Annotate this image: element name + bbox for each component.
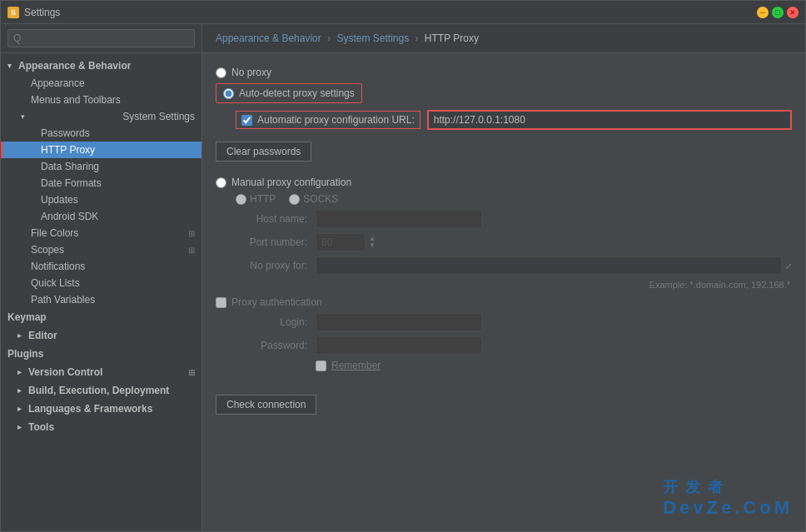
host-input[interactable] [316, 210, 482, 228]
auto-detect-option: Auto-detect proxy settings [216, 83, 362, 103]
chevron-lang-icon [17, 405, 22, 413]
sidebar-label-build-execution: Build, Execution, Deployment [28, 385, 169, 396]
example-text: Example: *.domain.com, 192.168.* [316, 280, 792, 290]
proxy-auth-checkbox[interactable] [216, 297, 226, 308]
auto-config-url-label: Automatic proxy configuration URL: [257, 114, 415, 126]
breadcrumb-part1: Appearance & Behavior [216, 32, 321, 44]
socks-radio[interactable] [289, 194, 300, 205]
sidebar-item-build-execution[interactable]: Build, Execution, Deployment [1, 381, 202, 400]
window-title: Settings [24, 7, 60, 18]
auto-detect-label: Auto-detect proxy settings [239, 87, 355, 99]
sidebar-label-tools: Tools [28, 421, 54, 433]
sidebar-label-editor: Editor [28, 330, 57, 341]
sidebar-label-quick-lists: Quick Lists [31, 277, 80, 289]
clear-passwords-button[interactable]: Clear passwords [216, 142, 311, 162]
sidebar-item-path-variables[interactable]: Path Variables [1, 291, 202, 308]
sidebar-item-tools[interactable]: Tools [1, 418, 202, 436]
nav-tree: Appearance & Behavior Appearance Menus a… [1, 53, 202, 531]
login-input[interactable] [316, 313, 482, 331]
sidebar-label-system-settings: System Settings [122, 111, 195, 122]
sidebar-item-android-sdk[interactable]: Android SDK [1, 208, 202, 225]
main-content: Appearance & Behavior Appearance Menus a… [1, 24, 805, 531]
sidebar-label-keymap: Keymap [7, 311, 47, 323]
proxy-auth-label: Proxy authentication [231, 296, 322, 308]
clear-passwords-container: Clear passwords [216, 135, 792, 168]
minimize-button[interactable]: ─ [757, 7, 769, 18]
port-input[interactable] [316, 233, 366, 251]
sidebar-item-appearance-behavior[interactable]: Appearance & Behavior [1, 57, 202, 75]
login-row: Login: [216, 313, 792, 331]
breadcrumb-part3: HTTP Proxy [425, 32, 479, 44]
socks-label: SOCKS [303, 193, 338, 205]
port-down-arrow[interactable]: ▼ [367, 242, 377, 249]
breadcrumb-sep2: › [415, 32, 420, 44]
vc-icon: ⊞ [188, 368, 195, 377]
sidebar-label-scopes: Scopes [31, 244, 64, 256]
sidebar-item-menus-toolbars[interactable]: Menus and Toolbars [1, 92, 202, 108]
sidebar-label-appearance-behavior: Appearance & Behavior [18, 60, 131, 72]
password-label: Password: [216, 340, 316, 351]
sidebar-item-plugins[interactable]: Plugins [1, 345, 202, 363]
http-radio[interactable] [236, 194, 246, 205]
scopes-icon: ⊞ [188, 246, 195, 255]
sidebar-item-system-settings[interactable]: System Settings [1, 108, 202, 125]
no-proxy-label: No proxy [231, 67, 271, 78]
search-input[interactable] [7, 29, 195, 47]
login-label: Login: [216, 316, 316, 328]
proxy-auth-row: Proxy authentication [216, 296, 792, 308]
sidebar-item-quick-lists[interactable]: Quick Lists [1, 275, 202, 291]
password-input[interactable] [316, 336, 482, 355]
breadcrumb: Appearance & Behavior › System Settings … [202, 24, 805, 53]
remember-label: Remember [331, 360, 381, 371]
sidebar-item-version-control[interactable]: Version Control ⊞ [1, 363, 202, 381]
no-proxy-radio[interactable] [216, 67, 226, 78]
sidebar-item-file-colors[interactable]: File Colors ⊞ [1, 225, 202, 241]
http-socks-row: HTTP SOCKS [236, 193, 792, 205]
sidebar-item-data-sharing[interactable]: Data Sharing [1, 158, 202, 175]
watermark: 开 发 者DevZe.CoM [663, 477, 793, 519]
sidebar: Appearance & Behavior Appearance Menus a… [1, 24, 202, 531]
chevron-icon [7, 62, 12, 70]
remember-checkbox[interactable] [316, 360, 326, 371]
maximize-button[interactable]: □ [772, 7, 784, 18]
socks-option: SOCKS [289, 193, 338, 205]
search-box [1, 24, 202, 53]
proxy-url-input[interactable]: http://127.0.0.1:1080 [427, 110, 792, 130]
sidebar-item-languages-frameworks[interactable]: Languages & Frameworks [1, 400, 202, 418]
expand-icon[interactable]: ⤢ [785, 261, 792, 271]
breadcrumb-part2: System Settings [336, 32, 409, 44]
sidebar-label-data-sharing: Data Sharing [41, 161, 99, 172]
no-proxy-option: No proxy [216, 67, 792, 78]
manual-proxy-radio[interactable] [216, 177, 226, 188]
host-label: Host name: [216, 213, 316, 225]
sidebar-item-date-formats[interactable]: Date Formats [1, 175, 202, 191]
sidebar-item-keymap[interactable]: Keymap [1, 308, 202, 326]
title-bar-controls: ─ □ ✕ [757, 7, 799, 18]
close-button[interactable]: ✕ [787, 7, 799, 18]
sidebar-label-languages-frameworks: Languages & Frameworks [28, 403, 152, 415]
sidebar-label-http-proxy: HTTP Proxy [41, 144, 95, 156]
password-row: Password: [216, 336, 792, 355]
file-colors-icon: ⊞ [188, 229, 195, 238]
no-proxy-for-row: No proxy for: ⤢ [216, 256, 792, 275]
sidebar-item-appearance[interactable]: Appearance [1, 75, 202, 92]
port-spinner: ▲ ▼ [367, 236, 377, 249]
manual-proxy-option: Manual proxy configuration [216, 177, 792, 188]
no-proxy-for-input[interactable] [316, 256, 782, 275]
sidebar-item-scopes[interactable]: Scopes ⊞ [1, 241, 202, 258]
auto-detect-radio[interactable] [223, 88, 234, 99]
chevron-tools-icon [17, 423, 22, 431]
auto-config-checkbox[interactable] [241, 115, 252, 126]
check-connection-button[interactable]: Check connection [216, 395, 316, 415]
port-row: Port number: ▲ ▼ [216, 233, 792, 251]
sidebar-item-http-proxy[interactable]: HTTP Proxy [1, 142, 202, 158]
sidebar-label-notifications: Notifications [31, 261, 85, 272]
sidebar-item-passwords[interactable]: Passwords [1, 125, 202, 142]
remember-row: Remember [316, 360, 792, 371]
port-label: Port number: [216, 236, 316, 248]
http-label: HTTP [250, 193, 276, 205]
settings-window: S Settings ─ □ ✕ Appearance & Behavior A… [0, 0, 806, 532]
sidebar-item-editor[interactable]: Editor [1, 326, 202, 345]
sidebar-item-notifications[interactable]: Notifications [1, 258, 202, 275]
sidebar-item-updates[interactable]: Updates [1, 191, 202, 208]
